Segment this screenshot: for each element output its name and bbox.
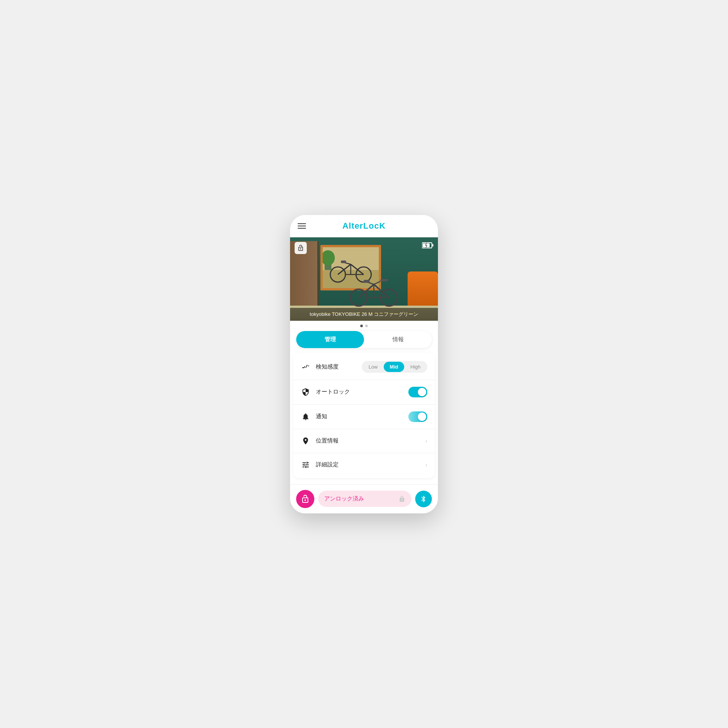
sensitivity-control: Low Mid High: [362, 361, 427, 373]
battery-svg: [422, 242, 433, 249]
notification-icon: [301, 412, 311, 422]
unlock-icon: [301, 494, 310, 504]
phone-frame: AlterLocK: [290, 215, 438, 513]
sensitivity-icon: [301, 362, 311, 372]
padlock-icon: [399, 496, 405, 502]
sens-low[interactable]: Low: [362, 362, 384, 372]
svg-rect-24: [432, 244, 433, 246]
settings-list: 検知感度 Low Mid High オートロック: [293, 353, 435, 478]
bluetooth-button[interactable]: [415, 491, 432, 507]
sensitivity-selector: Low Mid High: [362, 361, 427, 373]
tab-info[interactable]: 情報: [364, 331, 432, 348]
auto-lock-toggle-knob: [418, 388, 426, 396]
carousel-dots: [290, 321, 438, 331]
auto-lock-icon: [301, 387, 311, 397]
location-icon: [301, 436, 311, 446]
notification-toggle-knob: [418, 413, 426, 421]
pulse-icon: [301, 362, 310, 371]
svg-rect-19: [364, 280, 370, 283]
dot-2: [365, 325, 368, 327]
hero-lock-icon: [295, 242, 307, 254]
location-label: 位置情報: [316, 437, 420, 444]
main-bike-svg: [349, 273, 399, 307]
dot-1: [360, 325, 363, 327]
hero-caption: tokyobike TOKYOBIKE 26 M コニファーグリーン: [290, 308, 438, 321]
sensitivity-row: 検知感度 Low Mid High: [293, 354, 435, 380]
battery-icon: [422, 242, 433, 249]
notification-toggle[interactable]: [408, 411, 427, 422]
menu-button[interactable]: [298, 223, 306, 229]
sliders-icon: [301, 461, 310, 469]
location-row[interactable]: 位置情報 ›: [293, 429, 435, 453]
bluetooth-icon: [420, 495, 427, 503]
sens-mid[interactable]: Mid: [384, 362, 404, 372]
lock-status-icon: [399, 496, 405, 502]
auto-lock-row: オートロック: [293, 380, 435, 405]
notification-row: 通知: [293, 405, 435, 429]
unlock-status-text: アンロック済み: [324, 495, 364, 502]
bell-icon: [301, 413, 310, 421]
sens-high[interactable]: High: [404, 362, 427, 372]
advanced-settings-row[interactable]: 詳細設定 ›: [293, 453, 435, 477]
tab-manage[interactable]: 管理: [296, 331, 364, 348]
svg-rect-9: [341, 260, 346, 263]
auto-lock-toggle[interactable]: [408, 387, 427, 397]
lock-open-icon: [297, 245, 304, 251]
svg-line-20: [374, 281, 380, 284]
car-decoration: [408, 271, 438, 309]
notification-control[interactable]: [408, 411, 427, 422]
bottom-bar: アンロック済み: [290, 484, 438, 513]
header: AlterLocK: [290, 215, 438, 237]
advanced-label: 詳細設定: [316, 461, 420, 468]
auto-lock-label: オートロック: [316, 388, 403, 395]
advanced-icon: [301, 460, 311, 470]
unlock-status-bar: アンロック済み: [318, 491, 411, 507]
sensitivity-label: 検知感度: [316, 363, 356, 370]
unlock-button[interactable]: [296, 490, 314, 508]
tab-bar: 管理 情報: [296, 331, 432, 348]
notification-label: 通知: [316, 413, 403, 420]
svg-rect-21: [380, 279, 388, 281]
advanced-chevron: ›: [425, 461, 427, 468]
app-title: AlterLocK: [342, 221, 386, 231]
pin-icon: [301, 437, 310, 445]
location-chevron: ›: [425, 438, 427, 444]
shield-icon: [301, 388, 310, 396]
hero-image: tokyobike TOKYOBIKE 26 M コニファーグリーン: [290, 237, 438, 321]
auto-lock-control[interactable]: [408, 387, 427, 397]
